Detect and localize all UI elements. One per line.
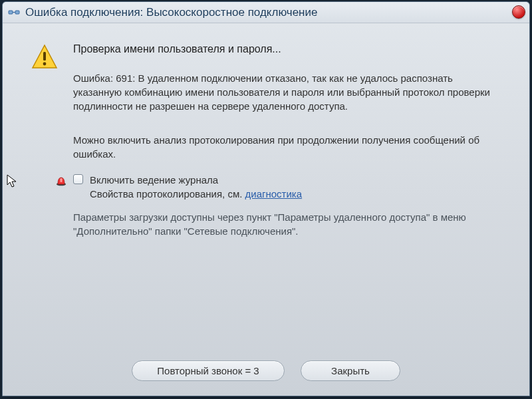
alert-siren-icon: [56, 174, 66, 186]
close-window-button[interactable]: [512, 5, 525, 19]
close-button[interactable]: Закрыть: [301, 360, 400, 381]
svg-rect-2: [43, 52, 46, 61]
error-message: Ошибка: 691: В удаленном подключении отк…: [73, 71, 501, 113]
svg-rect-1: [15, 11, 19, 14]
analysis-note: Можно включить анализ протоколирования п…: [73, 133, 501, 161]
retry-button[interactable]: Повторный звонок = 3: [132, 360, 285, 381]
button-row: Повторный звонок = 3 Закрыть: [3, 351, 529, 396]
svg-rect-5: [61, 178, 63, 182]
status-headline: Проверка имени пользователя и пароля...: [73, 42, 501, 57]
svg-rect-0: [9, 11, 13, 14]
warning-icon: [31, 43, 59, 71]
mouse-cursor-icon: [7, 174, 17, 189]
enable-logging-checkbox[interactable]: [73, 174, 83, 184]
logging-properties-text: Свойства протоколирования, см. диагности…: [90, 187, 501, 201]
dialog-window: Ошибка подключения: Высокоскоростное под…: [2, 1, 530, 396]
params-hint: Параметры загрузки доступны через пункт …: [73, 210, 501, 238]
enable-logging-label: Включить ведение журнала: [90, 173, 501, 187]
window-title: Ошибка подключения: Высокоскоростное под…: [25, 6, 317, 19]
connection-icon: [8, 7, 20, 19]
diagnostics-link[interactable]: диагностика: [245, 188, 303, 200]
svg-point-3: [43, 63, 47, 66]
content-area: Проверка имени пользователя и пароля... …: [3, 23, 529, 351]
titlebar: Ошибка подключения: Высокоскоростное под…: [3, 2, 529, 23]
